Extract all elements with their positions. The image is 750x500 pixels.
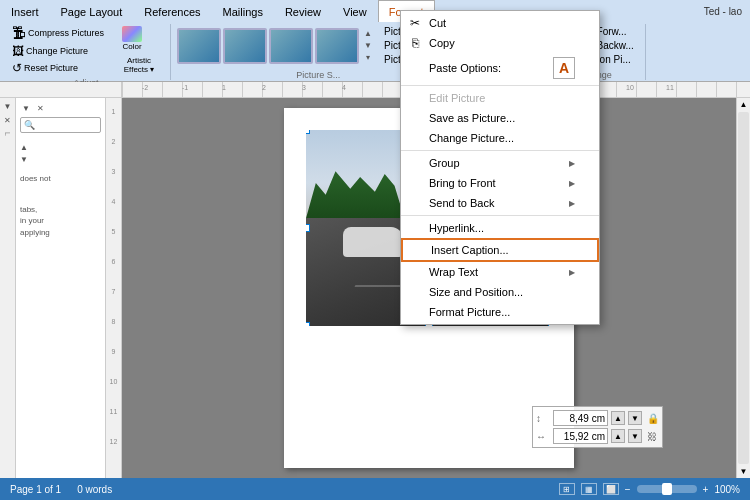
close-btn[interactable]: ✕ — [2, 114, 14, 126]
picture-styles-row: ▲ ▼ ▾ — [177, 28, 374, 64]
zoom-thumb[interactable] — [662, 483, 672, 495]
picture-style-3[interactable] — [269, 28, 313, 64]
picture-style-1[interactable] — [177, 28, 221, 64]
view-btn-3[interactable]: ⬜ — [603, 483, 619, 495]
ruler-vertical: 1 2 3 4 5 6 7 8 9 10 11 12 — [106, 98, 122, 478]
width-icon: ↔ — [536, 431, 550, 442]
group-arrow: ▶ — [569, 159, 575, 168]
styles-more[interactable]: ▾ — [362, 52, 374, 64]
width-row: ↔ ▲ ▼ ⛓ — [536, 428, 659, 444]
width-up-btn[interactable]: ▲ — [611, 429, 625, 443]
handle-bottom-left[interactable] — [304, 322, 310, 328]
status-bar: Page 1 of 1 0 words ⊞ ▦ ⬜ − + 100% — [0, 478, 750, 500]
tab-references[interactable]: References — [133, 0, 211, 22]
ctx-separator-3 — [401, 215, 599, 216]
scroll-down-btn[interactable]: ▼ — [737, 465, 750, 478]
search-input[interactable] — [20, 117, 101, 133]
sidebar-panel: ▼ ✕ ▲ ▼ does not tabs, in your applying — [16, 98, 106, 478]
bring-to-front-arrow: ▶ — [569, 179, 575, 188]
sidebar-close[interactable]: ✕ — [34, 102, 46, 114]
send-to-back-arrow: ▶ — [569, 199, 575, 208]
height-down-btn[interactable]: ▼ — [628, 411, 642, 425]
lock2-icon: ⛓ — [647, 431, 657, 442]
color-button[interactable]: Color — [114, 24, 150, 53]
ctx-copy[interactable]: ⎘ Copy — [401, 33, 599, 53]
height-up-btn[interactable]: ▲ — [611, 411, 625, 425]
left-tools: ▼ ✕ L — [0, 98, 16, 478]
ribbon: Insert Page Layout References Mailings R… — [0, 0, 750, 82]
word-count: 0 words — [77, 484, 112, 495]
ctx-cut[interactable]: ✂ Cut — [401, 13, 599, 33]
ctx-bring-to-front[interactable]: Bring to Front ▶ — [401, 173, 599, 193]
ctx-group[interactable]: Group ▶ — [401, 153, 599, 173]
zoom-plus[interactable]: + — [703, 484, 709, 495]
ctx-size-position[interactable]: Size and Position... — [401, 282, 599, 302]
ctx-insert-caption[interactable]: Insert Caption... — [401, 238, 599, 262]
ctx-send-to-back[interactable]: Send to Back ▶ — [401, 193, 599, 213]
ctx-hyperlink[interactable]: Hyperlink... — [401, 218, 599, 238]
context-menu: ✂ Cut ⎘ Copy Paste Options: A Edit Pictu… — [400, 10, 600, 325]
tab-page-layout[interactable]: Page Layout — [50, 0, 134, 22]
right-scrollbar[interactable]: ▲ ▼ — [736, 98, 750, 478]
document-row: ▼ ✕ L ▼ ✕ ▲ ▼ does not tabs, in your app… — [0, 98, 750, 478]
zoom-slider[interactable] — [637, 485, 697, 493]
artistic-effects-button[interactable]: Artistic Effects ▾ — [114, 54, 164, 76]
adjust-buttons: 🗜 Compress Pictures 🖼 Change Picture ↺ R… — [8, 24, 164, 76]
styles-scroll-down[interactable]: ▼ — [362, 40, 374, 52]
sidebar-text: does not tabs, in your applying — [20, 173, 101, 238]
zoom-minus[interactable]: − — [625, 484, 631, 495]
user-name: Ted - lao — [704, 6, 742, 17]
ctx-save-as[interactable]: Save as Picture... — [401, 108, 599, 128]
height-input[interactable] — [553, 410, 608, 426]
sidebar-down-btn[interactable]: ▼ — [20, 153, 101, 165]
handle-top-left[interactable] — [304, 128, 310, 134]
tab-view[interactable]: View — [332, 0, 378, 22]
ruler-vertical-label: L — [4, 132, 11, 136]
tab-review[interactable]: Review — [274, 0, 332, 22]
ctx-change-picture[interactable]: Change Picture... — [401, 128, 599, 148]
collapse-btn[interactable]: ▼ — [2, 100, 14, 112]
scroll-up-btn[interactable]: ▲ — [737, 98, 750, 111]
view-btn-2[interactable]: ▦ — [581, 483, 597, 495]
zoom-level: 100% — [714, 484, 740, 495]
ctx-edit-picture: Edit Picture — [401, 88, 599, 108]
height-icon: ↕ — [536, 413, 550, 424]
ctx-separator-1 — [401, 85, 599, 86]
picture-style-2[interactable] — [223, 28, 267, 64]
ctx-wrap-text[interactable]: Wrap Text ▶ — [401, 262, 599, 282]
picture-style-4[interactable] — [315, 28, 359, 64]
height-row: ↕ ▲ ▼ 🔒 — [536, 410, 659, 426]
styles-scroll-up[interactable]: ▲ — [362, 28, 374, 40]
tab-insert[interactable]: Insert — [0, 0, 50, 22]
handle-middle-left[interactable] — [304, 224, 310, 232]
sidebar-collapse[interactable]: ▼ — [20, 102, 32, 114]
paste-icon-a[interactable]: A — [553, 57, 575, 79]
ribbon-content: 🗜 Compress Pictures 🖼 Change Picture ↺ R… — [0, 22, 750, 81]
scroll-thumb[interactable] — [738, 112, 749, 464]
copy-icon: ⎘ — [407, 35, 423, 51]
lock-icon: 🔒 — [647, 413, 659, 424]
ctx-paste-options[interactable]: Paste Options: A — [401, 53, 599, 83]
compress-pictures-button[interactable]: 🗜 Compress Pictures — [8, 24, 108, 42]
change-picture-button[interactable]: 🖼 Change Picture — [8, 43, 108, 59]
size-inputs: ↕ ▲ ▼ 🔒 ↔ ▲ ▼ ⛓ — [532, 406, 663, 448]
width-input[interactable] — [553, 428, 608, 444]
picture-styles-label: Picture S... — [296, 70, 340, 80]
sidebar-up-btn[interactable]: ▲ — [20, 141, 101, 153]
tab-mailings[interactable]: Mailings — [212, 0, 274, 22]
ctx-separator-2 — [401, 150, 599, 151]
width-down-btn[interactable]: ▼ — [628, 429, 642, 443]
wrap-text-arrow: ▶ — [569, 268, 575, 277]
ruler-top: -2 -1 1 2 3 4 8 9 10 11 — [0, 82, 750, 98]
car — [343, 227, 403, 257]
page-number: Page 1 of 1 — [10, 484, 61, 495]
cut-icon: ✂ — [407, 15, 423, 31]
ctx-format-picture[interactable]: Format Picture... — [401, 302, 599, 322]
view-btn-1[interactable]: ⊞ — [559, 483, 575, 495]
ribbon-tab-bar: Insert Page Layout References Mailings R… — [0, 0, 750, 22]
reset-picture-button[interactable]: ↺ Reset Picture — [8, 60, 108, 76]
document-wrapper: -2 -1 1 2 3 4 8 9 10 11 ▼ ✕ L ▼ — [0, 82, 750, 478]
ribbon-group-adjust: 🗜 Compress Pictures 🖼 Change Picture ↺ R… — [2, 24, 171, 80]
